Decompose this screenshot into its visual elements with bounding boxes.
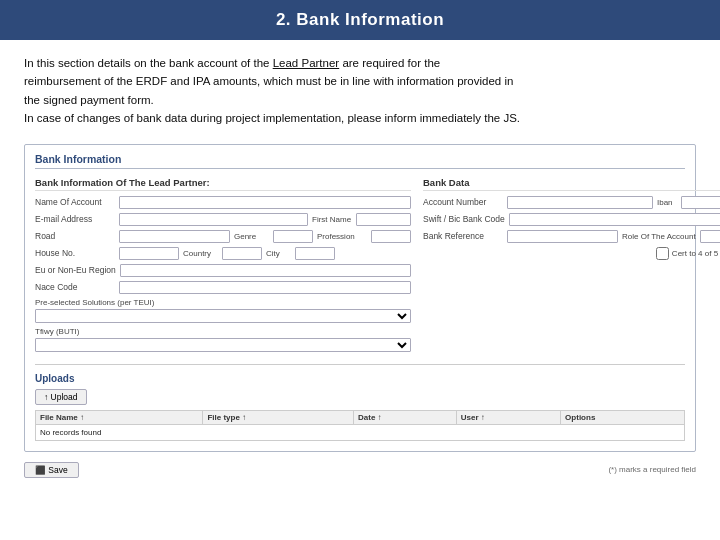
bank-reference-input[interactable] xyxy=(507,230,618,243)
upload-section: Uploads ↑ Upload File Name ↑ File type ↑… xyxy=(35,373,685,441)
form-two-column-layout: Bank Information Of The Lead Partner: Na… xyxy=(35,177,685,356)
iban-label: Iban xyxy=(657,198,677,207)
select1-label: Pre-selected Solutions (per TEUI) xyxy=(35,298,411,307)
email-label: E-mail Address xyxy=(35,214,115,224)
right-subtitle: Bank Data xyxy=(423,177,720,191)
col-filename: File Name ↑ xyxy=(36,410,203,424)
email-input[interactable] xyxy=(119,213,308,226)
select2-row: Tfiwy (BUTI) xyxy=(35,327,411,352)
nace-code-input[interactable] xyxy=(119,281,411,294)
genre-input[interactable] xyxy=(273,230,313,243)
first-name-input[interactable] xyxy=(356,213,411,226)
role-of-account-input[interactable] xyxy=(700,230,720,243)
country-input[interactable] xyxy=(222,247,262,260)
name-of-account-label: Name Of Account xyxy=(35,197,115,207)
upload-table: File Name ↑ File type ↑ Date ↑ User ↑ Op… xyxy=(35,410,685,441)
bottom-bar: ⬛ Save (*) marks a required field xyxy=(0,456,720,482)
cert-checkbox[interactable] xyxy=(656,247,669,260)
right-col: Bank Data Account Number Iban Swift / Bi… xyxy=(423,177,720,356)
genre-label: Genre xyxy=(234,232,269,241)
road-row: Road Genre Profession xyxy=(35,230,411,243)
checkbox-row: Cert to 4 of 5 left xyxy=(423,247,720,260)
divider xyxy=(35,364,685,365)
nace-code-row: Nace Code xyxy=(35,281,411,294)
swift-label: Swift / Bic Bank Code xyxy=(423,214,505,224)
cert-label: Cert to 4 of 5 left xyxy=(672,249,720,258)
no-records: No records found xyxy=(36,424,685,440)
house-no-label: House No. xyxy=(35,248,115,258)
left-subtitle: Bank Information Of The Lead Partner: xyxy=(35,177,411,191)
select2-label: Tfiwy (BUTI) xyxy=(35,327,411,336)
road-label: Road xyxy=(35,231,115,241)
page-title: 2. Bank Information xyxy=(0,0,720,40)
nace-code-label: Nace Code xyxy=(35,282,115,292)
col-user: User ↑ xyxy=(456,410,560,424)
account-number-input[interactable] xyxy=(507,196,653,209)
intro-line2: reimbursement of the ERDF and IPA amount… xyxy=(24,72,696,90)
intro-line1b: are required for the xyxy=(339,57,440,69)
city-label: City xyxy=(266,249,291,258)
select2-dropdown[interactable] xyxy=(35,338,411,352)
left-col: Bank Information Of The Lead Partner: Na… xyxy=(35,177,411,356)
swift-row: Swift / Bic Bank Code xyxy=(423,213,720,226)
required-note: (*) marks a required field xyxy=(608,465,696,474)
name-of-account-row: Name Of Account xyxy=(35,196,411,209)
lead-partner-link: Lead Partner xyxy=(273,57,340,69)
eu-region-label: Eu or Non-Eu Region xyxy=(35,265,116,275)
house-no-row: House No. Country City xyxy=(35,247,411,260)
role-of-account-label: Role Of The Account xyxy=(622,232,696,241)
form-section-title: Bank Information xyxy=(35,153,685,169)
upload-button[interactable]: ↑ Upload xyxy=(35,389,87,405)
select1-row: Pre-selected Solutions (per TEUI) xyxy=(35,298,411,323)
upload-title: Uploads xyxy=(35,373,685,384)
intro-line4: In case of changes of bank data during p… xyxy=(24,109,696,127)
eu-region-input[interactable] xyxy=(120,264,411,277)
save-button[interactable]: ⬛ Save xyxy=(24,462,79,478)
country-label: Country xyxy=(183,249,218,258)
col-options: Options xyxy=(561,410,685,424)
bank-reference-row: Bank Reference Role Of The Account xyxy=(423,230,720,243)
profession-input[interactable] xyxy=(371,230,411,243)
email-row: E-mail Address First Name xyxy=(35,213,411,226)
upload-table-header-row: File Name ↑ File type ↑ Date ↑ User ↑ Op… xyxy=(36,410,685,424)
profession-label: Profession xyxy=(317,232,367,241)
intro-line3: the signed payment form. xyxy=(24,91,696,109)
bank-information-form: Bank Information Bank Information Of The… xyxy=(24,144,696,452)
intro-line1: In this section details on the bank acco… xyxy=(24,57,273,69)
name-of-account-input[interactable] xyxy=(119,196,411,209)
road-input[interactable] xyxy=(119,230,230,243)
upload-table-empty-row: No records found xyxy=(36,424,685,440)
swift-input[interactable] xyxy=(509,213,720,226)
account-number-label: Account Number xyxy=(423,197,503,207)
bank-reference-label: Bank Reference xyxy=(423,231,503,241)
first-name-label: First Name xyxy=(312,215,352,224)
iban-input[interactable] xyxy=(681,196,720,209)
intro-text: In this section details on the bank acco… xyxy=(0,40,720,134)
account-number-row: Account Number Iban xyxy=(423,196,720,209)
eu-region-row: Eu or Non-Eu Region xyxy=(35,264,411,277)
col-filetype: File type ↑ xyxy=(203,410,354,424)
col-date: Date ↑ xyxy=(354,410,457,424)
house-no-input[interactable] xyxy=(119,247,179,260)
city-input[interactable] xyxy=(295,247,335,260)
select1-dropdown[interactable] xyxy=(35,309,411,323)
